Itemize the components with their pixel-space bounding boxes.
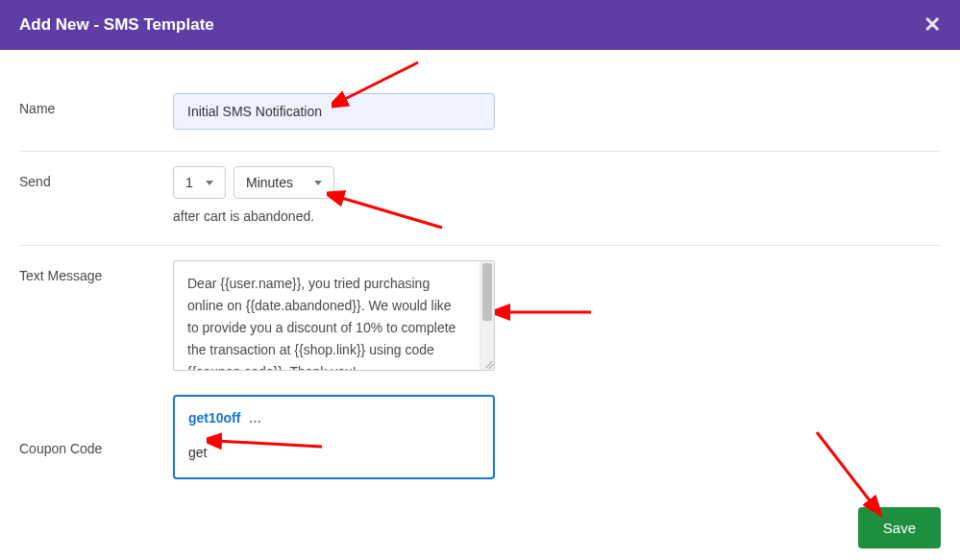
caret-down-icon: [206, 181, 213, 185]
coupon-autocomplete[interactable]: get10off … get: [173, 395, 495, 479]
coupon-row: Coupon Code get10off … get: [19, 390, 941, 500]
send-number-value: 1: [185, 175, 193, 190]
resize-handle-icon[interactable]: [481, 357, 493, 369]
close-icon[interactable]: ✕: [923, 14, 941, 36]
send-row: Send 1 Minutes after cart is abandoned.: [19, 152, 941, 246]
modal-header: Add New - SMS Template ✕: [0, 0, 960, 50]
coupon-suggestion-item[interactable]: get10off …: [188, 410, 480, 426]
message-row: Text Message Dear {{user.name}}, you tri…: [19, 246, 941, 390]
coupon-input-text[interactable]: get: [188, 445, 480, 460]
name-row: Name: [19, 79, 941, 152]
name-label: Name: [19, 93, 173, 116]
message-text: Dear {{user.name}}, you tried purchasing…: [174, 261, 480, 370]
caret-down-icon: [314, 181, 322, 185]
scrollbar-thumb[interactable]: [482, 263, 492, 321]
scrollbar[interactable]: [480, 261, 494, 370]
modal-body: Name Send 1 Minutes after cart is abando…: [0, 50, 960, 520]
send-label: Send: [19, 166, 173, 189]
send-unit-select[interactable]: Minutes: [234, 166, 334, 199]
send-unit-value: Minutes: [246, 175, 293, 190]
name-content: [173, 93, 941, 130]
coupon-content: get10off … get: [173, 395, 941, 479]
modal-title: Add New - SMS Template: [19, 15, 214, 35]
coupon-suggestion-text: get10off: [188, 410, 240, 426]
name-input[interactable]: [173, 93, 495, 130]
coupon-label: Coupon Code: [19, 395, 173, 456]
message-label: Text Message: [19, 260, 173, 283]
message-content: Dear {{user.name}}, you tried purchasing…: [173, 260, 941, 371]
send-content: 1 Minutes after cart is abandoned.: [173, 166, 941, 224]
send-controls: 1 Minutes: [173, 166, 941, 199]
message-textarea[interactable]: Dear {{user.name}}, you tried purchasing…: [173, 260, 495, 371]
send-number-select[interactable]: 1: [173, 166, 226, 199]
send-helper-text: after cart is abandoned.: [173, 208, 941, 224]
save-button[interactable]: Save: [858, 507, 941, 548]
ellipsis-icon: …: [248, 410, 262, 426]
